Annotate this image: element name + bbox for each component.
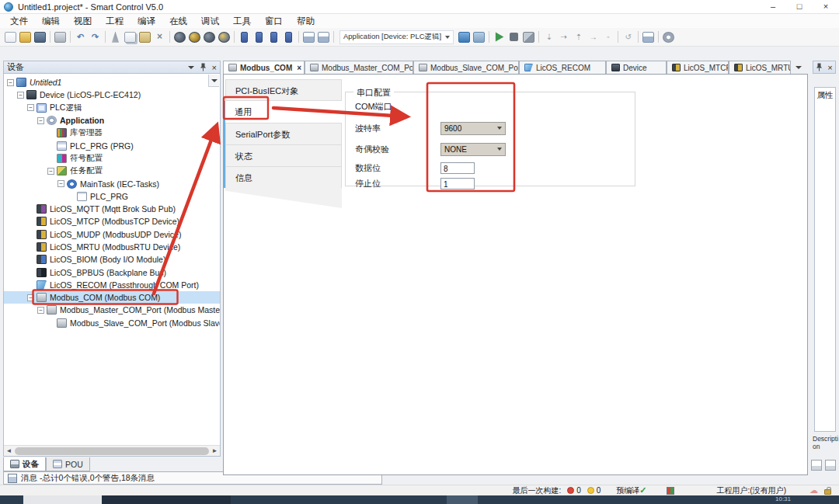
tree-item-licos-bpbus[interactable]: LicOS_BPBUS (Backplane Bus) xyxy=(4,266,220,278)
tree-item-untitled1[interactable]: − Untitled1 xyxy=(4,76,220,89)
scrollbar-thumb[interactable] xyxy=(15,447,209,455)
bookmark-clear-icon[interactable] xyxy=(285,32,292,43)
tree-item-licos-mrtu[interactable]: LicOS_MRTU (ModbusRTU Device) xyxy=(4,241,220,253)
tree-item-licos-mtcp[interactable]: LicOS_MTCP (ModbusTCP Device) xyxy=(4,215,220,228)
dock-close-icon[interactable]: × xyxy=(827,62,832,73)
dock-tab-devices[interactable]: 设备 xyxy=(3,457,46,471)
login-icon[interactable] xyxy=(458,32,470,43)
tree-item-plc-prg[interactable]: PLC_PRG (PRG) xyxy=(4,139,220,151)
menu-item[interactable]: 工程 xyxy=(99,14,131,28)
tree-item-device[interactable]: − Device (LicOS-PLC-EC412) xyxy=(4,89,220,101)
taskbar-segment[interactable] xyxy=(23,495,102,504)
stop-icon[interactable] xyxy=(510,33,518,41)
logout-icon[interactable] xyxy=(473,32,485,43)
window-cascade-icon[interactable] xyxy=(642,32,654,43)
new-icon[interactable] xyxy=(5,32,16,43)
layout-button-icon[interactable] xyxy=(811,460,822,471)
layout-button-icon[interactable] xyxy=(825,460,836,471)
window-tile-icon[interactable] xyxy=(318,32,329,43)
toggle-breakpoint-icon[interactable] xyxy=(602,32,614,43)
tree-filter-dropdown[interactable] xyxy=(208,75,219,87)
settings-icon[interactable] xyxy=(663,32,674,43)
menu-item[interactable]: 文件 xyxy=(3,14,35,28)
tree-expander-icon[interactable]: − xyxy=(37,117,44,124)
bookmark-next-icon[interactable] xyxy=(256,32,263,43)
tab-licos-mtcp[interactable]: LicOS_MTCP xyxy=(667,61,729,74)
paste-icon[interactable] xyxy=(139,32,151,43)
scroll-right-icon[interactable]: ► xyxy=(210,446,220,456)
tree-item-licos-mudp[interactable]: LicOS_MUDP (ModbusUDP Device) xyxy=(4,228,220,241)
start-icon[interactable] xyxy=(493,32,505,43)
side-tab-information[interactable]: 信息 xyxy=(225,166,342,188)
text-input[interactable]: 1 xyxy=(440,178,475,189)
tree-expander-icon[interactable]: − xyxy=(27,104,34,111)
tab-modbus-master-com-port[interactable]: Modbus_Master_COM_Port xyxy=(305,61,413,74)
tree-expander-icon[interactable]: − xyxy=(37,307,44,314)
copy-icon[interactable] xyxy=(124,32,136,43)
tree-item-modbus-master-com-port[interactable]: − Modbus_Master_COM_Port (Modbus Master,… xyxy=(4,304,220,316)
menu-item[interactable]: 帮助 xyxy=(290,14,322,28)
tab-device[interactable]: Device xyxy=(606,61,667,74)
active-application-selector[interactable]: Application [Device: PLC逻辑] xyxy=(339,30,454,44)
text-input[interactable]: 8 xyxy=(440,162,475,174)
bookmark-icon[interactable] xyxy=(241,32,248,43)
maximize-button[interactable]: □ xyxy=(786,0,813,14)
properties-collapsed-panel[interactable]: 属性 xyxy=(814,87,836,432)
tree-item-plc-logic[interactable]: − PLC逻辑 xyxy=(4,102,220,114)
tree-expander-icon[interactable]: − xyxy=(47,168,54,175)
reset-icon[interactable] xyxy=(622,32,634,43)
cut-icon[interactable] xyxy=(110,32,121,43)
menu-item[interactable]: 在线 xyxy=(162,14,194,28)
run-to-cursor-icon[interactable] xyxy=(587,32,599,43)
find-icon[interactable] xyxy=(174,32,186,43)
tree-item-modbus-slave-com-port[interactable]: Modbus_Slave_COM_Port (Modbus Slave, COM… xyxy=(4,317,220,329)
panel-dropdown-icon[interactable] xyxy=(188,66,194,69)
tree-expander-icon[interactable]: − xyxy=(57,180,64,187)
description-tab-label[interactable]: Description xyxy=(813,435,839,450)
bookmark-prev-icon[interactable] xyxy=(270,32,277,43)
step-out-icon[interactable] xyxy=(573,32,584,43)
tree-item-symbol-config[interactable]: 符号配置 xyxy=(4,152,220,165)
tree-item-licos-biom[interactable]: LicOS_BIOM (Body I/O Module) xyxy=(4,253,220,266)
open-icon[interactable] xyxy=(19,32,31,43)
menu-item[interactable]: 编译 xyxy=(131,14,162,28)
tab-licos-mrtu[interactable]: LicOS_MRTU xyxy=(729,61,791,74)
tree-item-modbus-com[interactable]: − Modbus_COM (Modbus COM) xyxy=(4,291,220,304)
tree-item-licos-mqtt[interactable]: LicOS_MQTT (Mqtt Brok Sub Pub) xyxy=(4,203,220,215)
find-next-icon[interactable] xyxy=(204,32,215,43)
window-cascade-icon[interactable] xyxy=(303,32,315,43)
tree-horizontal-scrollbar[interactable]: ◄ ► xyxy=(4,445,220,456)
side-tab-pci-bus-iec-objects[interactable]: PCI-BusIEC对象 xyxy=(225,79,342,101)
scroll-left-icon[interactable]: ◄ xyxy=(4,446,14,456)
tree-expander-icon[interactable]: − xyxy=(27,294,34,301)
pin-icon[interactable] xyxy=(816,63,823,71)
tree-expander-icon[interactable]: − xyxy=(17,92,24,99)
menu-item[interactable]: 工具 xyxy=(226,14,258,28)
side-tab-general[interactable]: 通用 xyxy=(225,101,342,123)
print-icon[interactable] xyxy=(54,32,66,43)
tree-item-library-manager[interactable]: 库管理器 xyxy=(4,127,220,139)
tree-item-plc-prg-call[interactable]: PLC_PRG xyxy=(4,190,220,203)
replace-icon[interactable] xyxy=(189,32,200,43)
tree-item-licos-recom[interactable]: LicOS_RECOM (Passthrough COM Port) xyxy=(4,279,220,291)
dropdown-select[interactable]: 9600 xyxy=(440,122,506,135)
tab-licos-recom[interactable]: LicOS_RECOM xyxy=(519,61,606,74)
menu-item[interactable]: 编辑 xyxy=(35,14,67,28)
dropdown-select[interactable]: NONE xyxy=(440,143,506,156)
search-project-icon[interactable] xyxy=(218,32,230,43)
menu-item[interactable]: 视图 xyxy=(67,14,99,28)
tab-modbus-com[interactable]: Modbus_COM × xyxy=(223,61,305,74)
step-over-icon[interactable] xyxy=(558,32,569,43)
tree-item-maintask[interactable]: − MainTask (IEC-Tasks) xyxy=(4,177,220,189)
delete-icon[interactable] xyxy=(154,32,165,43)
menu-item[interactable]: 调试 xyxy=(194,14,226,28)
minimize-button[interactable]: – xyxy=(760,0,786,14)
tab-overflow-dropdown[interactable] xyxy=(792,61,805,74)
close-button[interactable]: × xyxy=(813,0,839,14)
tree-item-application[interactable]: − Application xyxy=(4,114,220,127)
taskbar-segment[interactable] xyxy=(102,495,231,504)
build-icon[interactable] xyxy=(523,32,534,43)
step-into-icon[interactable] xyxy=(543,32,555,43)
tree-expander-icon[interactable]: − xyxy=(7,79,14,86)
side-tab-status[interactable]: 状态 xyxy=(225,144,342,166)
